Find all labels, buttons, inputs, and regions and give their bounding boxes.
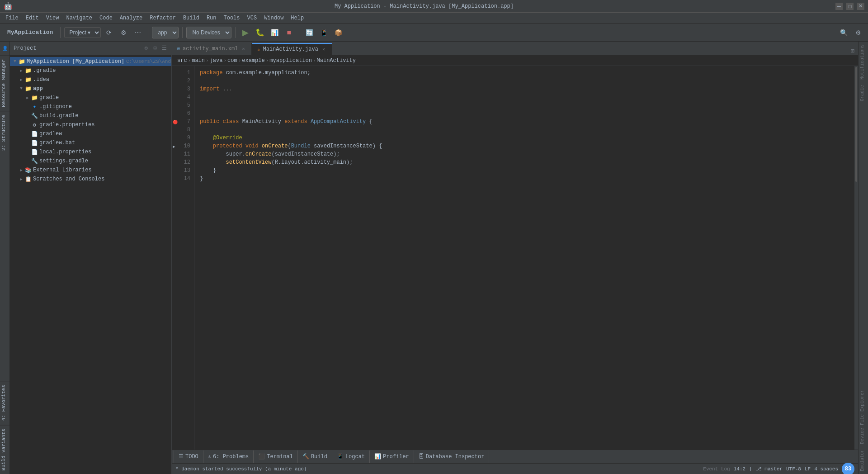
tab-xml-close[interactable]: ✕ [241,46,246,52]
tree-item-settingsgradle[interactable]: ▶ 🔧 settings.gradle [10,156,171,166]
gradle2-label: gradle [39,95,59,101]
git-branch[interactable]: ⎇ master [756,466,783,472]
maximize-button[interactable]: □ [846,3,854,10]
sdk-button[interactable]: 📦 [332,26,344,39]
line-13: 13 [172,166,194,175]
search-everywhere-button[interactable]: 🔍 [837,26,850,39]
breadcrumb-example[interactable]: example [242,57,264,64]
tree-root[interactable]: ▼ 📁 MyApplication [My_Application] C:\Us… [10,57,171,66]
code-line-10: protected void onCreate(Bundle savedInst… [200,142,849,150]
logcat-label: Logcat [345,454,365,460]
menu-view[interactable]: View [42,14,63,22]
folder-idea-icon: 📁 [24,76,32,83]
menu-window[interactable]: Window [260,14,287,22]
tab-mainactivity-java[interactable]: ☕ MainActivity.java ✕ [252,43,332,55]
avd-button[interactable]: 📱 [317,26,330,39]
breadcrumb-java[interactable]: java [210,57,223,64]
breadcrumb-com[interactable]: com [227,57,237,64]
bottom-tab-logcat[interactable]: 📱 Logcat [332,450,370,463]
tree-item-gitignore[interactable]: ▶ 🔹 .gitignore [10,102,171,111]
gear-icon[interactable]: ⚙ [142,45,150,52]
settingsgradle-label: settings.gradle [39,158,88,164]
menu-build[interactable]: Build [179,14,203,22]
tree-item-buildgradle[interactable]: ▶ 🔧 build.gradle [10,111,171,120]
breadcrumb-myapplication[interactable]: myapplication [269,57,312,64]
problems-label: 6: Problems [213,454,249,460]
tree-item-gradlew[interactable]: ▶ 📄 gradlew [10,129,171,138]
breadcrumb-mainactivity[interactable]: MainActivity [317,57,356,64]
tab-activity-main-xml[interactable]: ⊞ activity_main.xml ✕ [172,43,252,55]
project-panel: Project ⚙ ⊞ ☰ ▼ 📁 MyApplication [My_Appl… [10,42,172,474]
window-title: My Application - MainActivity.java [My_A… [335,3,514,9]
split-icon[interactable]: ⊞ [851,47,854,55]
bottom-tab-problems[interactable]: ⚠ 6: Problems [203,450,254,463]
status-indent[interactable]: 4 spaces [814,466,838,472]
event-log-button[interactable]: Event Log [703,466,730,472]
tree-item-extlibs[interactable]: ▶ 📚 External Libraries [10,166,171,175]
tree-item-idea[interactable]: ▶ 📁 .idea [10,75,171,84]
project-icon: 📁 [18,58,25,65]
project-dropdown[interactable]: Project ▾ [64,27,101,38]
left-side-icon-top[interactable]: 👤 [0,42,9,55]
gradle-tab[interactable]: Gradle [859,82,868,104]
run-button[interactable]: ▶ [239,26,252,39]
notifications-tab[interactable]: Notifications [859,42,868,82]
extlibs-icon: 📚 [24,166,32,174]
line-8: 8 [172,126,194,134]
tree-item-app[interactable]: ▼ 📁 app [10,84,171,93]
devices-dropdown[interactable]: No Devices [186,27,231,38]
tree-item-localprops[interactable]: ▶ 📄 local.properties [10,147,171,156]
status-encoding[interactable]: UTF-8 [786,466,801,472]
editor-scrollbar[interactable] [854,66,858,450]
device-file-explorer-tab[interactable]: Device File Explorer [859,387,868,447]
menu-code[interactable]: Code [96,14,116,22]
menu-vcs[interactable]: VCS [244,14,261,22]
stop-button[interactable]: ■ [283,26,295,39]
emulator-tab[interactable]: Emulator [859,447,868,474]
bottom-tab-terminal[interactable]: ⬛ Terminal [254,450,298,463]
bottom-tab-profiler[interactable]: 📊 Profiler [370,450,414,463]
line-14: 14 [172,175,194,183]
menu-run[interactable]: Run [203,14,220,22]
settings-main-button[interactable]: ⚙ [852,26,864,39]
menu-analyze[interactable]: Analyze [116,14,146,22]
sep6: › [313,58,316,63]
menu-help[interactable]: Help [287,14,307,22]
profile-button[interactable]: 📊 [268,26,281,39]
menu-file[interactable]: File [2,14,22,22]
tree-item-gradle[interactable]: ▶ 📁 gradle [10,93,171,102]
favorites-tab[interactable]: 4: Favorites [0,381,9,424]
tab-java-close[interactable]: ✕ [321,47,326,52]
menu-tools[interactable]: Tools [220,14,244,22]
menu-refactor[interactable]: Refactor [146,14,179,22]
settings-button[interactable]: ⚙ [117,26,130,39]
expand-icon[interactable]: ⊞ [151,45,159,52]
resource-manager-tab[interactable]: Resource Manager [0,55,9,111]
tree-item-gradlewbat[interactable]: ▶ 📄 gradlew.bat [10,138,171,147]
app-config-dropdown[interactable]: app [152,27,179,38]
file-tree: ▼ 📁 MyApplication [My_Application] C:\Us… [10,55,171,474]
breadcrumb-main[interactable]: main [192,57,205,64]
debug-button[interactable]: 🐛 [254,26,266,39]
gradleprops-label: gradle.properties [39,122,94,128]
tree-item-scratches[interactable]: ▶ 📋 Scratches and Consoles [10,175,171,184]
breadcrumb-src[interactable]: src [177,57,187,64]
scrollbar-thumb[interactable] [855,67,857,182]
bottom-tab-todo[interactable]: ☰ TODO [174,450,203,463]
menu-edit[interactable]: Edit [22,14,42,22]
tree-item-gradleprops[interactable]: ▶ ⚙ gradle.properties [10,120,171,129]
tree-item-gradle-hidden[interactable]: ▶ 📁 .gradle [10,66,171,75]
build-variants-tab[interactable]: Build Variants [0,425,9,474]
bottom-tab-db-inspector[interactable]: 🗄 Database Inspector [414,450,490,463]
code-content[interactable]: package com.example.myapplication; impor… [194,66,854,450]
close-button[interactable]: ✕ [857,3,864,10]
more-options-button[interactable]: ⋯ [132,26,144,39]
structure-tab[interactable]: 2: Structure [0,111,9,154]
status-line-ending[interactable]: LF [805,466,811,472]
settings-icon[interactable]: ☰ [160,45,168,52]
bottom-tab-build[interactable]: 🔨 Build [298,450,332,463]
sync-project-button[interactable]: 🔄 [303,26,316,39]
menu-navigate[interactable]: Navigate [62,14,96,22]
minimize-button[interactable]: ─ [835,3,843,10]
sync-button[interactable]: ⟳ [103,26,115,39]
